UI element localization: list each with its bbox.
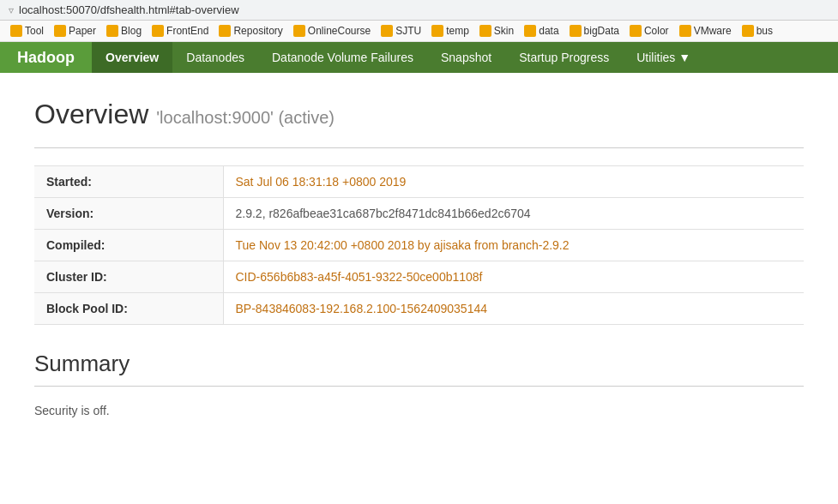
bookmark-folder-icon <box>679 25 691 37</box>
table-link[interactable]: Tue Nov 13 20:42:00 +0800 2018 by ajisak… <box>236 238 570 252</box>
security-note: Security is off. <box>34 404 804 417</box>
bookmark-label: OnlineCourse <box>308 25 371 37</box>
table-link[interactable]: BP-843846083-192.168.2.100-1562409035144 <box>236 302 488 315</box>
table-key: Compiled: <box>34 230 223 261</box>
bookmark-label: Skin <box>494 25 514 37</box>
bookmark-item[interactable]: Color <box>626 23 672 39</box>
bookmark-item[interactable]: Tool <box>7 23 47 39</box>
navbar-item-datanode-volume-failures[interactable]: Datanode Volume Failures <box>258 42 427 73</box>
table-value: 2.9.2, r826afbeae31ca687bc2f8471dc841b66… <box>223 198 804 230</box>
bookmark-folder-icon <box>742 25 754 37</box>
table-row: Version:2.9.2, r826afbeae31ca687bc2f8471… <box>34 198 804 230</box>
navbar-item-overview[interactable]: Overview <box>92 42 172 73</box>
table-value[interactable]: CID-656b6b83-a45f-4051-9322-50ce00b1108f <box>223 261 804 293</box>
navbar-item-utilities[interactable]: Utilities ▼ <box>623 42 704 73</box>
bookmark-item[interactable]: bigData <box>566 23 623 39</box>
info-table: Started:Sat Jul 06 18:31:18 +0800 2019Ve… <box>34 165 804 325</box>
bookmark-label: Repository <box>233 25 282 37</box>
bookmark-item[interactable]: SJTU <box>377 23 425 39</box>
bookmarks-bar: ToolPaperBlogFrontEndRepositoryOnlineCou… <box>0 21 838 42</box>
bookmark-label: VMware <box>694 25 732 37</box>
main-content: Overview 'localhost:9000' (active) Start… <box>0 73 838 443</box>
table-key: Block Pool ID: <box>34 293 223 325</box>
bookmark-label: bigData <box>584 25 619 37</box>
address-bar: ▿ localhost:50070/dfshealth.html#tab-ove… <box>0 0 838 21</box>
navbar: Hadoop OverviewDatanodesDatanode Volume … <box>0 42 838 73</box>
bookmark-label: temp <box>446 25 469 37</box>
table-key: Started: <box>34 166 223 198</box>
table-row: Started:Sat Jul 06 18:31:18 +0800 2019 <box>34 166 804 198</box>
bookmark-label: Color <box>644 25 669 37</box>
bookmark-folder-icon <box>524 25 536 37</box>
table-value[interactable]: Tue Nov 13 20:42:00 +0800 2018 by ajisak… <box>223 230 804 261</box>
summary-title: Summary <box>34 351 804 377</box>
page-subtitle: 'localhost:9000' (active) <box>156 108 335 127</box>
navbar-items: OverviewDatanodesDatanode Volume Failure… <box>92 42 704 73</box>
bookmark-folder-icon <box>152 25 164 37</box>
navbar-item-label: Utilities ▼ <box>636 51 690 64</box>
bookmark-item[interactable]: Repository <box>215 23 286 39</box>
bookmark-item[interactable]: Skin <box>476 23 517 39</box>
divider <box>34 147 804 148</box>
summary-divider <box>34 386 804 387</box>
bookmark-folder-icon <box>54 25 66 37</box>
bookmark-item[interactable]: VMware <box>676 23 735 39</box>
back-icon: ▿ <box>9 4 14 16</box>
bookmark-item[interactable]: bus <box>739 23 776 39</box>
table-key: Cluster ID: <box>34 261 223 293</box>
navbar-item-startup-progress[interactable]: Startup Progress <box>505 42 623 73</box>
navbar-item-snapshot[interactable]: Snapshot <box>427 42 505 73</box>
bookmark-label: Tool <box>25 25 44 37</box>
bookmark-folder-icon <box>570 25 582 37</box>
bookmark-item[interactable]: Blog <box>103 23 145 39</box>
bookmark-item[interactable]: Paper <box>51 23 99 39</box>
page-title: Overview 'localhost:9000' (active) <box>34 99 804 130</box>
table-value[interactable]: Sat Jul 06 18:31:18 +0800 2019 <box>223 166 804 198</box>
table-link[interactable]: Sat Jul 06 18:31:18 +0800 2019 <box>236 175 407 189</box>
bookmark-folder-icon <box>10 25 22 37</box>
bookmark-folder-icon <box>106 25 118 37</box>
table-row: Block Pool ID:BP-843846083-192.168.2.100… <box>34 293 804 325</box>
bookmark-label: SJTU <box>395 25 421 37</box>
bookmark-folder-icon <box>431 25 443 37</box>
bookmark-folder-icon <box>293 25 305 37</box>
bookmark-label: Paper <box>69 25 96 37</box>
table-row: Compiled:Tue Nov 13 20:42:00 +0800 2018 … <box>34 230 804 261</box>
bookmark-folder-icon <box>479 25 491 37</box>
navbar-item-datanodes[interactable]: Datanodes <box>172 42 258 73</box>
bookmark-folder-icon <box>219 25 231 37</box>
bookmark-label: data <box>539 25 558 37</box>
bookmark-label: FrontEnd <box>166 25 208 37</box>
bookmark-label: Blog <box>121 25 142 37</box>
bookmark-folder-icon <box>630 25 642 37</box>
bookmark-item[interactable]: OnlineCourse <box>290 23 374 39</box>
bookmark-item[interactable]: data <box>521 23 562 39</box>
navbar-brand: Hadoop <box>0 42 92 73</box>
url-text[interactable]: localhost:50070/dfshealth.html#tab-overv… <box>19 3 239 16</box>
table-link[interactable]: CID-656b6b83-a45f-4051-9322-50ce00b1108f <box>236 270 483 284</box>
table-row: Cluster ID:CID-656b6b83-a45f-4051-9322-5… <box>34 261 804 293</box>
table-key: Version: <box>34 198 223 230</box>
chevron-down-icon: ▼ <box>678 51 690 64</box>
bookmark-item[interactable]: FrontEnd <box>148 23 212 39</box>
bookmark-folder-icon <box>381 25 393 37</box>
bookmark-label: bus <box>757 25 773 37</box>
table-value[interactable]: BP-843846083-192.168.2.100-1562409035144 <box>223 293 804 325</box>
bookmark-item[interactable]: temp <box>428 23 473 39</box>
